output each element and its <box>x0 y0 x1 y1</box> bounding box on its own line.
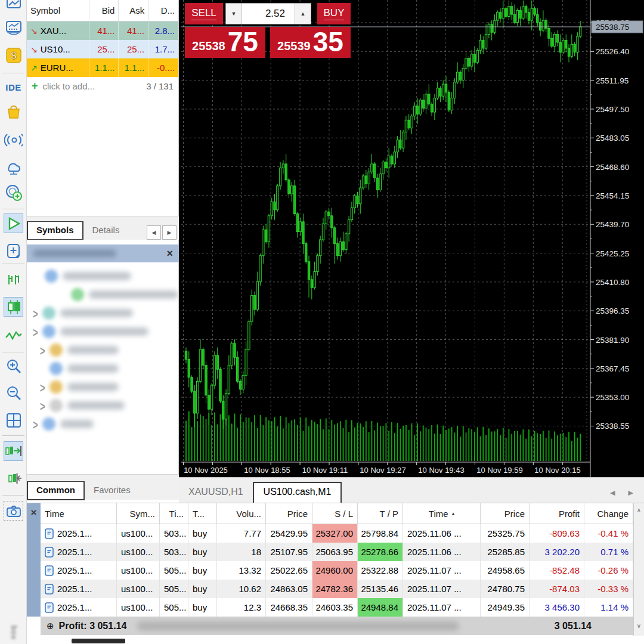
shift-end-right-icon[interactable] <box>4 441 23 461</box>
navigator-tree-item[interactable]: > <box>33 416 94 432</box>
zoom-out-icon[interactable] <box>4 383 23 403</box>
close-time-cell: 2025.11.06 ... <box>403 543 481 561</box>
close-icon[interactable]: × <box>166 248 173 259</box>
cloud-icon[interactable] <box>4 157 23 177</box>
chart-tabs-right-icon[interactable]: ▶ <box>628 489 633 497</box>
chevron-right-icon[interactable]: > <box>33 416 39 432</box>
price-chart[interactable]: 25540.8525526.4025511.9525497.5025483.05… <box>179 0 644 477</box>
navigator-tree-item[interactable]: > <box>61 287 178 302</box>
volume-cell: 10.62 <box>217 580 266 598</box>
expand-icon[interactable]: ⊕ <box>47 621 54 631</box>
trend-down-icon: ↘ <box>30 26 38 36</box>
toolbox-scrollbar[interactable]: ∧ ∨ <box>633 503 644 636</box>
toolbox-header-row[interactable]: TimeSym...Ti...T...Volu...PriceS / LT / … <box>41 503 633 524</box>
chevron-right-icon[interactable]: > <box>33 305 39 321</box>
trade-history-row[interactable]: 2025.1...us100...503...buy1825107.952506… <box>41 543 633 561</box>
toolbox-column-header[interactable]: Ti... <box>160 503 188 524</box>
toolbox-column-header[interactable]: Volu... <box>217 503 266 524</box>
store-bag-icon[interactable] <box>4 101 23 121</box>
trade-history-row[interactable]: 2025.1...us100...505...buy13.3225022.652… <box>41 561 633 580</box>
symbol-cell[interactable]: ↘XAU... <box>27 21 89 40</box>
toolbox-column-header[interactable]: Sym... <box>117 503 160 524</box>
screenshot-camera-icon[interactable] <box>4 501 23 521</box>
buy-price-quote[interactable]: 25539 35 <box>270 27 351 58</box>
col-ask[interactable]: Ask <box>119 0 148 21</box>
toolbox-column-header[interactable]: Profit <box>530 503 584 524</box>
tick-chart-icon[interactable] <box>4 270 23 289</box>
open-time-cell: 2025.1... <box>41 580 117 598</box>
dollar-payments-icon[interactable]: $ <box>4 45 23 65</box>
chevron-right-icon[interactable]: > <box>40 342 46 358</box>
chart-line-icon[interactable] <box>4 0 23 10</box>
navigator-tree-item[interactable]: > <box>40 342 119 358</box>
toolbox-column-header[interactable]: Time▴ <box>403 503 481 524</box>
volume-decrease-icon[interactable]: ▼ <box>226 4 242 24</box>
sell-button[interactable]: SELL <box>185 3 223 24</box>
volume-increase-icon[interactable]: ▲ <box>295 4 311 24</box>
volume-input[interactable]: 2.52 <box>242 4 295 24</box>
toolbox-column-header[interactable]: S / L <box>312 503 358 524</box>
tab-symbols[interactable]: Symbols <box>27 221 83 240</box>
chevron-right-icon[interactable]: > <box>40 379 46 395</box>
navigator-tree-item[interactable]: > <box>40 398 125 413</box>
shift-end-left-icon[interactable] <box>4 469 23 488</box>
symbol-cell[interactable]: ↗EURU... <box>27 58 89 77</box>
tabs-scroll-left-icon[interactable]: ◀ <box>147 225 161 240</box>
market-watch-row[interactable]: ↗EURU...1.1...1.1...-0.... <box>27 58 178 77</box>
navigator-tree-item[interactable]: > <box>33 324 148 339</box>
toolbox-column-header[interactable]: Price <box>266 503 312 524</box>
navigator-tree-item[interactable]: > <box>40 361 119 376</box>
zoom-in-icon[interactable] <box>4 357 23 376</box>
tab-common[interactable]: Common <box>27 481 85 500</box>
trade-history-row[interactable]: 2025.1...us100...505...buy12.324668.3524… <box>41 598 633 617</box>
chart-tab-us100[interactable]: US100.cash,M1 <box>253 482 342 503</box>
run-play-icon[interactable] <box>4 213 23 233</box>
buy-button[interactable]: BUY <box>317 3 351 24</box>
toolbox-column-header[interactable]: Price <box>481 503 530 524</box>
ide-button[interactable]: IDE <box>4 78 23 97</box>
community-icon[interactable] <box>4 182 23 202</box>
tile-windows-icon[interactable] <box>4 410 23 430</box>
svg-text:$: $ <box>11 50 17 61</box>
add-symbol-label[interactable]: click to add... <box>43 81 95 91</box>
candlestick-mode-icon[interactable] <box>4 297 23 317</box>
chevron-right-icon[interactable]: > <box>40 398 46 413</box>
market-watch-row[interactable]: ↘US10...25...25...1.7... <box>27 40 178 58</box>
trade-history-row[interactable]: 2025.1...us100...505...buy10.6224863.052… <box>41 580 633 598</box>
toolbox-column-header[interactable]: T... <box>188 503 217 524</box>
toolbox-column-header[interactable]: Time <box>41 503 117 524</box>
tabs-scroll-right-icon[interactable]: ▶ <box>162 225 177 240</box>
market-watch-row[interactable]: ↘XAU...41...41...2.8... <box>27 21 178 40</box>
trade-history-row[interactable]: 2025.1...us100...503...buy7.7725429.9525… <box>41 524 633 543</box>
close-time-cell: 2025.11.07 ... <box>403 580 481 598</box>
tab-favorites[interactable]: Favorites <box>85 481 140 500</box>
scroll-down-icon[interactable]: ∨ <box>634 620 644 631</box>
market-overview-icon[interactable] <box>4 18 23 38</box>
chevron-right-icon[interactable]: > <box>33 324 39 339</box>
navigator-tree-item[interactable]: > <box>33 305 133 321</box>
navigator-tree-item[interactable]: > <box>40 379 119 395</box>
new-document-icon[interactable] <box>4 241 23 261</box>
col-symbol[interactable]: Symbol <box>27 0 89 21</box>
trend-up-icon: ↗ <box>30 63 38 73</box>
line-chart-mode-icon[interactable] <box>4 326 23 345</box>
chart-tabs-left-icon[interactable]: ◀ <box>610 489 615 497</box>
col-daily[interactable]: D... <box>148 0 178 21</box>
col-bid[interactable]: Bid <box>89 0 119 21</box>
sell-price-quote[interactable]: 25538 75 <box>185 27 265 58</box>
symbol-cell[interactable]: ↘US10... <box>27 40 89 58</box>
toolbox-close-icon[interactable]: × <box>27 506 40 520</box>
navigator-tree-item[interactable]: > <box>35 268 131 284</box>
change-cell: 1.14 % <box>584 598 633 617</box>
profit-summary-label: Profit: 3 051.14 <box>59 621 127 631</box>
tab-details[interactable]: Details <box>83 221 129 240</box>
stop-loss-cell: 25327.00 <box>312 524 358 543</box>
signals-icon[interactable] <box>4 130 23 150</box>
horizontal-scrollbar-thumb[interactable] <box>72 639 125 643</box>
market-watch-header[interactable]: Symbol Bid Ask D... <box>27 0 178 21</box>
toolbox-column-header[interactable]: T / P <box>358 503 403 524</box>
toolbox-column-header[interactable]: Change <box>584 503 633 524</box>
click-to-add-row[interactable]: + click to add... 3 / 131 <box>27 77 178 95</box>
chart-tab-xauusd[interactable]: XAUUSD,H1 <box>179 483 253 503</box>
scroll-up-icon[interactable]: ∧ <box>634 504 644 515</box>
